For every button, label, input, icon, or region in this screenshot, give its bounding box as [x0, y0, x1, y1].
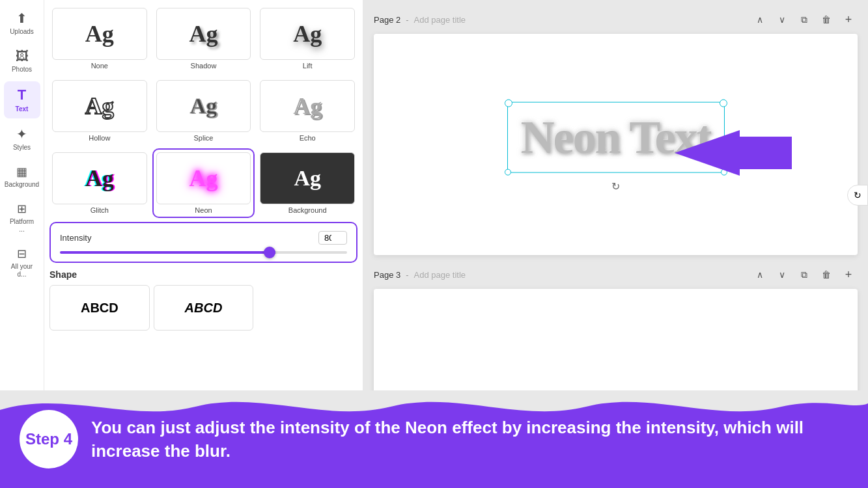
effect-background-preview: Ag [260, 152, 355, 204]
page-3-controls: ∧ ∨ ⧉ 🗑 + [751, 265, 858, 284]
effects-grid-mid: Ag Hollow Ag Splice Ag Echo [49, 77, 357, 144]
page-3-add-btn[interactable]: + [839, 265, 858, 284]
page-2-header: Page 2 - Add page title ∧ ∨ ⧉ 🗑 + [374, 10, 858, 29]
rotate-handle[interactable]: ↻ [611, 180, 620, 193]
effects-panel: Ag None Ag Shadow Ag Lift Ag [44, 0, 363, 390]
effect-shadow[interactable]: Ag Shadow [154, 5, 254, 72]
effect-echo[interactable]: Ag Echo [257, 77, 357, 144]
sidebar: ⬆ Uploads 🖼 Photos T Text ✦ Styles ▦ Bac… [0, 0, 44, 390]
page-3-separator: - [406, 270, 408, 280]
page-2-duplicate-btn[interactable]: ⧉ [795, 10, 813, 29]
effects-grid-top: Ag None Ag Shadow Ag Lift [49, 5, 357, 72]
page-2-separator: - [406, 15, 408, 25]
effect-shadow-preview: Ag [156, 8, 251, 60]
page-3-header: Page 3 - Add page title ∧ ∨ ⧉ 🗑 + [374, 265, 858, 284]
styles-icon: ✦ [16, 126, 27, 142]
sidebar-label-photos: Photos [12, 66, 32, 74]
intensity-control: Intensity [49, 222, 357, 263]
page-3-title-row: Page 3 - Add page title [374, 270, 466, 280]
sidebar-label-background: Background [5, 181, 39, 189]
allyourd-icon: ⊟ [17, 247, 27, 261]
sidebar-label-platform: Platform ... [7, 218, 38, 234]
sidebar-label-uploads: Uploads [10, 28, 34, 36]
effect-none-label: None [91, 62, 108, 70]
main-layout: ⬆ Uploads 🖼 Photos T Text ✦ Styles ▦ Bac… [0, 0, 868, 390]
sidebar-item-styles[interactable]: ✦ Styles [4, 121, 40, 157]
page-2-add-btn[interactable]: + [839, 10, 858, 29]
page-3-title: Page 3 [374, 270, 400, 280]
platform-icon: ⊞ [17, 202, 27, 216]
page-2-up-btn[interactable]: ∧ [751, 10, 769, 29]
page-2-delete-btn[interactable]: 🗑 [817, 10, 835, 29]
page-2-title-row: Page 2 - Add page title [374, 15, 466, 25]
shape-item-normal[interactable]: ABCD [49, 285, 150, 331]
effect-background-item[interactable]: Ag Background [257, 150, 357, 217]
sidebar-item-text[interactable]: T Text [4, 81, 40, 118]
effect-lift-preview: Ag [260, 8, 355, 60]
bottom-section: Step 4 You can just adjust the intensity… [0, 390, 868, 488]
step-badge: Step 4 [20, 410, 78, 468]
shape-italic-text: ABCD [185, 301, 223, 316]
effect-none-preview: Ag [52, 8, 147, 60]
page-3-delete-btn[interactable]: 🗑 [817, 265, 835, 284]
sidebar-label-styles: Styles [13, 144, 31, 152]
text-icon: T [18, 87, 26, 103]
page-2-down-btn[interactable]: ∨ [773, 10, 791, 29]
sidebar-item-photos[interactable]: 🖼 Photos [4, 44, 40, 79]
page-3-up-btn[interactable]: ∧ [751, 265, 769, 284]
intensity-label: Intensity [60, 233, 91, 243]
intensity-slider-track[interactable] [60, 251, 347, 254]
effect-echo-preview: Ag [260, 80, 355, 132]
photos-icon: 🖼 [16, 49, 29, 64]
sidebar-item-uploads[interactable]: ⬆ Uploads [4, 5, 40, 41]
purple-arrow-svg [675, 130, 792, 176]
effect-hollow-label: Hollow [89, 134, 110, 142]
sidebar-label-text: Text [16, 105, 29, 113]
effect-neon-label: Neon [195, 206, 212, 214]
svg-marker-1 [675, 130, 792, 176]
intensity-slider-thumb[interactable] [264, 247, 275, 258]
sidebar-item-platform[interactable]: ⊞ Platform ... [4, 197, 40, 239]
shape-label: Shape [49, 269, 357, 280]
intensity-input[interactable] [318, 231, 347, 245]
page-3-section: Page 3 - Add page title ∧ ∨ ⧉ 🗑 + 29% [374, 265, 858, 390]
selection-handle-bl [504, 169, 511, 176]
effects-grid-bot: Ag Glitch Ag Neon Ag Background [49, 150, 357, 217]
page-2-placeholder[interactable]: Add page title [414, 15, 466, 25]
background-icon: ▦ [16, 165, 27, 179]
page-3-placeholder[interactable]: Add page title [414, 270, 466, 280]
effect-background-label: Background [288, 206, 327, 214]
effect-none[interactable]: Ag None [49, 5, 150, 72]
step-description: You can just adjust the intensity of the… [91, 416, 848, 463]
effect-lift[interactable]: Ag Lift [257, 5, 357, 72]
effect-shadow-label: Shadow [191, 62, 217, 70]
sidebar-item-background[interactable]: ▦ Background [4, 159, 40, 194]
sidebar-label-allyourd: All your d... [7, 263, 38, 278]
page-3-duplicate-btn[interactable]: ⧉ [795, 265, 813, 284]
shape-item-italic[interactable]: ABCD [154, 285, 254, 331]
effect-neon-preview: Ag [156, 152, 251, 204]
uploads-icon: ⬆ [16, 10, 27, 26]
canvas-page-3[interactable]: 29% [374, 289, 858, 390]
effect-splice-preview: Ag [156, 80, 251, 132]
effect-glitch-label: Glitch [91, 206, 109, 214]
arrow-annotation [675, 130, 792, 178]
page-2-controls: ∧ ∨ ⧉ 🗑 + [751, 10, 858, 29]
shape-grid: ABCD ABCD [49, 285, 357, 331]
effect-glitch[interactable]: Ag Glitch [49, 150, 150, 217]
effect-hollow-preview: Ag [52, 80, 147, 132]
effect-glitch-preview: Ag [52, 152, 147, 204]
sidebar-item-allyourd[interactable]: ⊟ All your d... [4, 241, 40, 284]
shape-normal-text: ABCD [81, 301, 119, 316]
effect-splice[interactable]: Ag Splice [154, 77, 254, 144]
intensity-row: Intensity [60, 231, 347, 245]
effect-hollow[interactable]: Ag Hollow [49, 77, 150, 144]
page-2-title: Page 2 [374, 15, 400, 25]
canvas-refresh-btn[interactable]: ↻ [847, 185, 868, 206]
effect-lift-label: Lift [303, 62, 313, 70]
effect-echo-label: Echo [300, 134, 316, 142]
canvas-area: Page 2 - Add page title ∧ ∨ ⧉ 🗑 + [363, 0, 868, 390]
effect-splice-label: Splice [194, 134, 214, 142]
effect-neon[interactable]: Ag Neon [154, 150, 254, 217]
page-3-down-btn[interactable]: ∨ [773, 265, 791, 284]
